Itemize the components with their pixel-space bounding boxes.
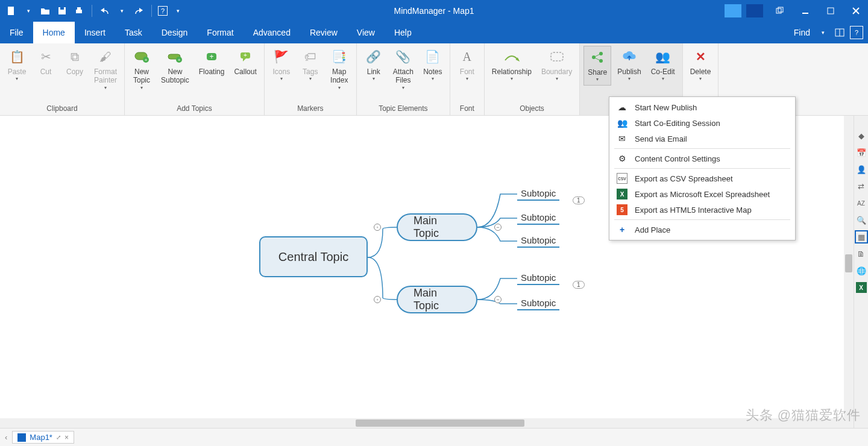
tab-popout-icon[interactable]: ⤢: [56, 434, 61, 441]
subtopic-node[interactable]: Subtopic: [517, 211, 559, 225]
side-excel-icon[interactable]: X: [856, 282, 867, 293]
restore-down-icon[interactable]: [768, 2, 792, 20]
print-icon[interactable]: [72, 4, 86, 17]
new-subtopic-button[interactable]: +New Subtopic: [157, 46, 193, 87]
scroll-thumb[interactable]: [845, 254, 852, 272]
cut-button[interactable]: ✂Cut: [33, 46, 59, 78]
tab-task[interactable]: Task: [115, 22, 152, 43]
expand-handle[interactable]: ◦: [374, 296, 381, 303]
new-topic-button[interactable]: +New Topic▾: [128, 46, 155, 93]
qat-caret[interactable]: ▾: [22, 4, 35, 17]
collapse-handle[interactable]: −: [494, 296, 502, 303]
menu-content-control[interactable]: ⚙Content Control Settings: [609, 151, 795, 166]
collapse-handle[interactable]: −: [494, 224, 502, 231]
copy-button[interactable]: ⧉Copy: [61, 46, 88, 78]
count-badge[interactable]: 1: [573, 196, 585, 204]
cloud-up-icon: [621, 48, 638, 65]
scroll-left-icon[interactable]: ‹: [5, 433, 7, 442]
menu-start-coediting[interactable]: 👥Start Co-Editing Session: [609, 115, 795, 131]
vertical-scrollbar[interactable]: [844, 116, 854, 418]
flags-icon: 🚩: [273, 48, 290, 65]
maximize-icon[interactable]: [819, 2, 843, 20]
relationship-button[interactable]: Relationship▾: [488, 46, 535, 84]
tab-view[interactable]: View: [347, 22, 385, 43]
help-circle-icon[interactable]: ?: [850, 26, 863, 39]
mail-icon: ✉: [617, 133, 627, 144]
side-layout-icon[interactable]: ▦: [856, 231, 867, 242]
tab-file[interactable]: File: [0, 22, 33, 43]
side-person-icon[interactable]: 👤: [856, 164, 867, 175]
main-topic-node-1[interactable]: Main Topic: [397, 213, 477, 241]
boundary-button[interactable]: Boundary▾: [538, 46, 576, 84]
side-marker-icon[interactable]: ◆: [856, 130, 867, 141]
count-badge[interactable]: 1: [573, 281, 585, 289]
open-icon[interactable]: [39, 4, 52, 17]
subtopic-node[interactable]: Subtopic: [517, 297, 559, 310]
tab-insert[interactable]: Insert: [75, 22, 115, 43]
notes-button[interactable]: 📄Notes▾: [420, 46, 446, 84]
group-label-objects: Objects: [488, 103, 576, 115]
format-painter-button[interactable]: 🖌Format Painter▾: [90, 46, 121, 93]
publish-label: Publish: [617, 68, 641, 76]
save-icon[interactable]: [55, 4, 69, 17]
central-topic-node[interactable]: Central Topic: [259, 236, 368, 277]
panel-toggle-icon[interactable]: [833, 26, 846, 39]
close-icon[interactable]: [844, 2, 868, 20]
qat-more-caret[interactable]: ▾: [171, 4, 184, 17]
main-topic-node-2[interactable]: Main Topic: [397, 286, 477, 313]
menu-start-new-publish[interactable]: ☁Start New Publish: [609, 99, 795, 115]
subtopic-node[interactable]: Subtopic: [517, 187, 559, 201]
new-file-icon[interactable]: [5, 4, 18, 17]
attach-files-button[interactable]: 📎Attach Files▾: [389, 46, 417, 93]
undo-icon[interactable]: [98, 4, 112, 17]
find-caret-icon[interactable]: ▾: [816, 26, 829, 39]
menu-export-html5[interactable]: 5Export as HTML5 Interactive Map: [609, 202, 795, 218]
link-button[interactable]: 🔗Link▾: [360, 46, 387, 84]
tab-advanced[interactable]: Advanced: [244, 22, 300, 43]
delete-button[interactable]: ✕Delete▾: [687, 46, 715, 84]
tab-home[interactable]: Home: [33, 22, 75, 43]
menu-export-csv[interactable]: csvExport as CSV Spreadsheet: [609, 171, 795, 186]
tab-design[interactable]: Design: [152, 22, 198, 43]
help-icon[interactable]: ?: [158, 6, 168, 16]
document-tab[interactable]: Map1* ⤢ ×: [12, 431, 74, 444]
tags-button[interactable]: 🏷Tags▾: [297, 46, 324, 84]
side-share-icon[interactable]: ⇄: [856, 181, 867, 192]
side-calendar-icon[interactable]: 📅: [856, 147, 867, 158]
side-globe-icon[interactable]: 🌐: [856, 265, 867, 276]
side-az-icon[interactable]: AZ: [856, 198, 867, 209]
paste-button[interactable]: 📋Paste▾: [4, 46, 30, 84]
side-search-icon[interactable]: 🔍: [856, 215, 867, 225]
gear-icon: ⚙: [617, 153, 627, 164]
menu-export-excel[interactable]: XExport as Microsoft Excel Spreadsheet: [609, 186, 795, 202]
expand-handle[interactable]: ◦: [374, 224, 381, 231]
share-button[interactable]: Share▾: [583, 46, 611, 86]
side-doc-icon[interactable]: 🗎: [856, 248, 867, 259]
undo-caret[interactable]: ▾: [115, 4, 128, 17]
callout-button[interactable]: +Callout: [230, 46, 260, 78]
attach-files-label: Attach Files: [393, 68, 414, 85]
minimize-icon[interactable]: [793, 2, 817, 20]
subtopic-node[interactable]: Subtopic: [517, 234, 559, 248]
resize-grip[interactable]: [844, 418, 854, 428]
tab-help[interactable]: Help: [385, 22, 421, 43]
tab-review[interactable]: Review: [300, 22, 347, 43]
publish-button[interactable]: Publish▾: [614, 46, 644, 84]
subtopic-node[interactable]: Subtopic: [517, 271, 559, 285]
redo-icon[interactable]: [132, 4, 145, 17]
tab-format[interactable]: Format: [197, 22, 243, 43]
find-label[interactable]: Find: [794, 28, 810, 37]
group-markers: 🚩Icons▾ 🏷Tags▾ 📑Map Index▾ Markers: [265, 43, 357, 115]
tags-label: Tags: [303, 68, 318, 76]
menu-add-place[interactable]: +Add Place: [609, 222, 795, 237]
floating-button[interactable]: +Floating: [195, 46, 228, 78]
icons-button[interactable]: 🚩Icons▾: [268, 46, 295, 84]
tab-close-icon[interactable]: ×: [64, 433, 69, 442]
right-sidebar: ◆ 📅 👤 ⇄ AZ 🔍 ▦ 🗎 🌐 X: [854, 116, 868, 428]
map-index-button[interactable]: 📑Map Index▾: [326, 46, 353, 93]
coedit-button[interactable]: 👥Co-Edit▾: [647, 46, 679, 84]
horizontal-scrollbar[interactable]: [0, 418, 844, 428]
menu-send-email[interactable]: ✉Send via Email: [609, 131, 795, 146]
font-button[interactable]: AFont▾: [454, 46, 480, 84]
scroll-thumb[interactable]: [356, 419, 524, 427]
